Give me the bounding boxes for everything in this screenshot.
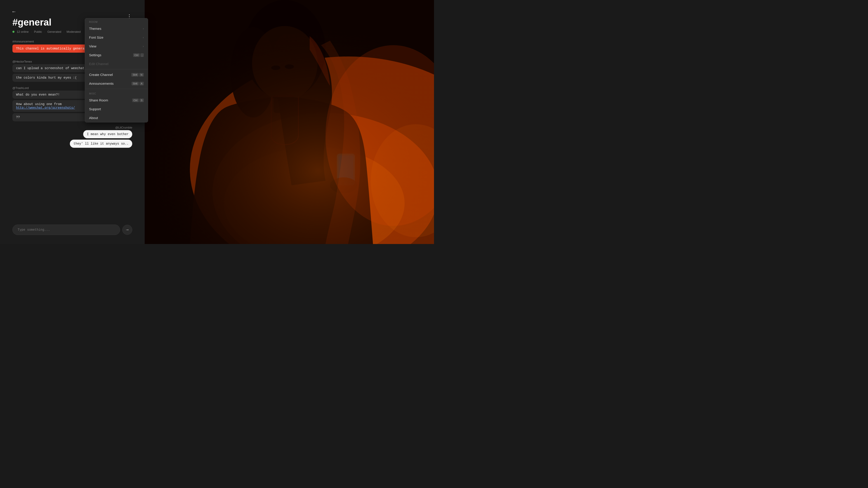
divider2: ·: [44, 30, 45, 33]
create-channel-key1: Shft: [131, 73, 138, 76]
lil-msg2: they' ll like it anyways so..: [70, 140, 132, 148]
settings-shortcut: Ctrl ,: [133, 53, 144, 57]
meta-generated: Generated: [47, 30, 61, 33]
divider3: ·: [64, 30, 64, 33]
lil-msg1: I mean why even bother: [83, 130, 132, 138]
person-silhouette: [145, 0, 434, 244]
menu-divider1: [85, 69, 148, 69]
announcements-key2: A: [140, 82, 144, 86]
chat-panel: ← #general 12 online · Public · Generate…: [0, 0, 145, 244]
divider1: ·: [31, 30, 32, 33]
settings-key1: Ctrl: [133, 53, 140, 57]
announcements-menu-item[interactable]: Announcements Shft A: [85, 79, 148, 88]
context-menu: ROOM Themes › Font Size › View › Setting…: [85, 18, 148, 123]
share-room-label: Share Room: [89, 98, 108, 102]
announcements-key1: Shft: [131, 82, 139, 86]
create-channel-menu-item[interactable]: Create Channel Shft N: [85, 70, 148, 79]
create-channel-shortcut: Shft N: [131, 73, 144, 76]
edit-channel-menu-item: Edit Channel: [85, 59, 148, 68]
view-chevron: ›: [143, 44, 144, 48]
back-button[interactable]: ←: [12, 9, 16, 15]
settings-key2: ,: [141, 53, 144, 57]
view-label: View: [89, 44, 96, 48]
share-room-menu-item[interactable]: Share Room Ctrl S: [85, 96, 148, 105]
misc-section-label: MISC: [85, 90, 148, 96]
support-menu-item[interactable]: Support: [85, 105, 148, 113]
meta-moderated: Moderated: [67, 30, 81, 33]
create-channel-key2: N: [139, 73, 144, 76]
view-menu-item[interactable]: View ›: [85, 42, 148, 51]
chat-input-area: →: [0, 220, 145, 244]
share-room-shortcut: Ctrl S: [132, 98, 144, 102]
create-channel-label: Create Channel: [89, 73, 113, 76]
svg-rect-16: [145, 0, 434, 244]
about-menu-item[interactable]: About: [85, 113, 148, 122]
themes-chevron: ›: [143, 27, 144, 30]
lilcrumble-author: @LilCrumble: [115, 126, 132, 129]
themes-menu-item[interactable]: Themes ›: [85, 24, 148, 33]
settings-menu-item[interactable]: Settings Ctrl ,: [85, 51, 148, 59]
announcements-label: Announcements: [89, 82, 114, 86]
themes-label: Themes: [89, 27, 101, 31]
settings-label: Settings: [89, 53, 101, 57]
lilcrumble-messages: @LilCrumble I mean why even bother they'…: [12, 123, 132, 149]
chat-input[interactable]: [12, 225, 120, 235]
online-indicator: [12, 31, 14, 33]
font-size-chevron: ›: [143, 36, 144, 39]
edit-channel-label: Edit Channel: [89, 62, 108, 66]
image-panel: [145, 0, 434, 244]
share-room-key2: S: [140, 98, 144, 102]
room-section-label: ROOM: [85, 18, 148, 24]
online-count: 12 online: [17, 30, 29, 33]
weechat-link[interactable]: http://weechat.org/screenshots/: [16, 106, 75, 109]
send-button[interactable]: →: [122, 225, 132, 235]
meta-public: Public: [34, 30, 42, 33]
font-size-label: Font Size: [89, 35, 103, 39]
announcements-shortcut: Shft A: [131, 82, 144, 86]
support-label: Support: [89, 107, 101, 111]
share-room-key1: Ctrl: [132, 98, 139, 102]
font-size-menu-item[interactable]: Font Size ›: [85, 33, 148, 42]
about-label: About: [89, 116, 98, 120]
